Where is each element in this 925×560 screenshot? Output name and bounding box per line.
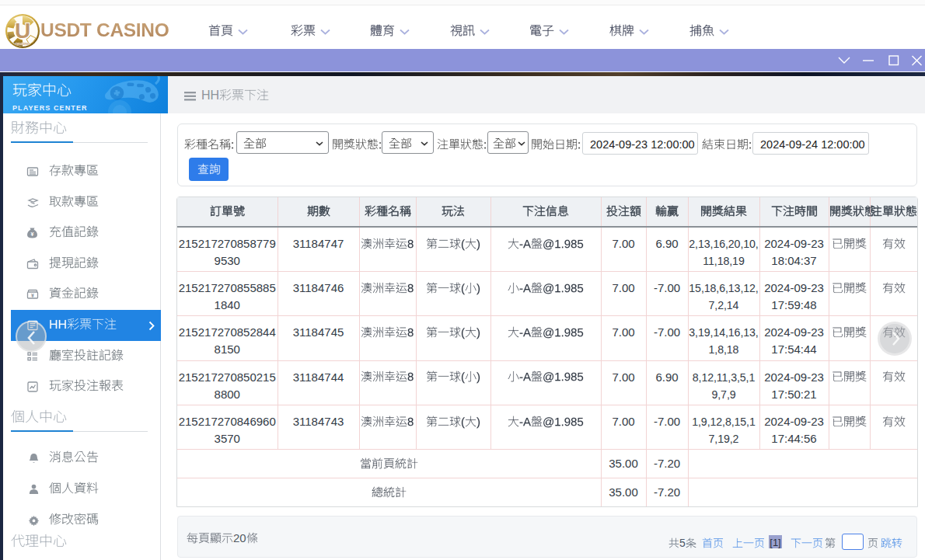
svg-text:¥: ¥ [31, 231, 34, 237]
svg-text:U: U [15, 19, 30, 43]
svg-text:¥: ¥ [31, 293, 34, 298]
svg-text:casino: casino [15, 41, 30, 46]
